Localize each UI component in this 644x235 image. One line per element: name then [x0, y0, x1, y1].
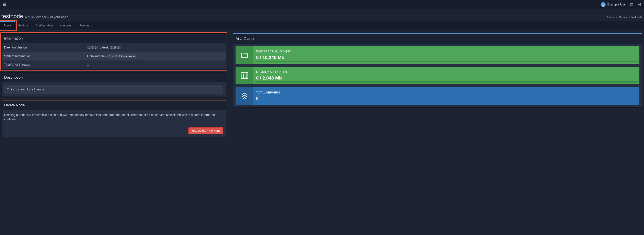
glance-title: At-a-Glance — [233, 34, 642, 44]
page-subtitle: A quick overview of your node. — [25, 15, 69, 19]
glance-disk: DISK SPACE ALLOCATED 0 / 10,240 Mb — [236, 46, 640, 64]
glance-disk-value: 0 / 10,240 Mb — [256, 54, 637, 60]
hamburger-menu-button[interactable] — [2, 2, 7, 7]
delete-node-button[interactable]: Yes, Delete This Node — [188, 127, 223, 134]
delete-node-title: Delete Node — [2, 100, 226, 110]
system-info-label: System Information — [2, 52, 84, 61]
glance-disk-progress — [255, 61, 638, 62]
svg-rect-0 — [630, 4, 633, 4]
table-row: System Information Linux (amd64) 5.4.0-8… — [2, 52, 226, 61]
glance-memory-label: MEMORY ALLOCATED — [256, 70, 637, 74]
delete-node-box: Delete Node Deleting a node is a irrever… — [1, 100, 226, 137]
glance-box: At-a-Glance DISK SPACE ALLOCATED 0 / 10,… — [233, 34, 642, 108]
page-header: testnode A quick overview of your node. … — [0, 9, 644, 22]
tab-about[interactable]: About — [0, 22, 15, 30]
tab-servers[interactable]: Servers — [76, 22, 93, 30]
tab-settings[interactable]: Settings — [15, 22, 32, 30]
glance-memory-value: 0 / 2,048 Mb — [256, 75, 637, 81]
glance-memory: MEMORY ALLOCATED 0 / 2,048 Mb — [236, 67, 640, 84]
daemon-version-value: 1.5.3 (Latest: 1.5.3 ) — [84, 43, 226, 52]
glance-servers-value: 0 — [256, 95, 637, 102]
content: Information Daemon Version 1.5.3 (Latest… — [0, 30, 644, 142]
tabs: About Settings Configuration Allocation … — [0, 22, 644, 30]
breadcrumb-current: testnode — [631, 15, 642, 19]
top-nav: Example User — [0, 0, 644, 9]
breadcrumb: Admin > Nodes > testnode — [607, 15, 642, 20]
delete-node-warning: Deleting a node is a irreversible action… — [2, 110, 226, 124]
description-value: This is my first node — [4, 85, 223, 94]
description-title: Description — [2, 73, 226, 82]
tab-configuration[interactable]: Configuration — [32, 22, 56, 30]
information-table: Daemon Version 1.5.3 (Latest: 1.5.3 ) Sy… — [2, 43, 226, 69]
system-kernel-code: 5.4.0-89-generic — [108, 54, 137, 58]
chevron-right-icon: > — [616, 15, 618, 19]
glance-memory-progress — [255, 81, 638, 82]
server-list-button[interactable] — [629, 2, 634, 7]
description-box: Description This is my first node — [1, 72, 226, 97]
svg-rect-1 — [630, 5, 633, 6]
cpu-threads-value: 1 — [84, 60, 226, 69]
information-box: Information Daemon Version 1.5.3 (Latest… — [1, 34, 226, 70]
daemon-latest-code: 1.5.3 — [110, 46, 120, 49]
user-menu[interactable]: Example User — [601, 2, 626, 7]
glance-servers-label: TOTAL SERVERS — [256, 91, 637, 94]
glance-disk-label: DISK SPACE ALLOCATED — [256, 50, 637, 54]
page-title: testnode — [1, 13, 23, 20]
breadcrumb-admin[interactable]: Admin — [607, 15, 615, 19]
daemon-version-label: Daemon Version — [2, 43, 84, 52]
table-row: Total CPU Threads 1 — [2, 60, 226, 69]
system-info-value: Linux (amd64) 5.4.0-89-generic — [84, 52, 226, 61]
tab-allocation[interactable]: Allocation — [56, 22, 76, 30]
bar-chart-icon — [236, 67, 254, 84]
table-row: Daemon Version 1.5.3 (Latest: 1.5.3 ) — [2, 43, 226, 52]
power-icon — [601, 2, 606, 7]
breadcrumb-nodes[interactable]: Nodes — [619, 15, 627, 19]
logout-icon — [638, 3, 642, 6]
folder-icon — [236, 46, 254, 64]
menu-icon — [2, 3, 6, 6]
information-title: Information — [2, 34, 226, 43]
server-icon — [630, 3, 634, 6]
chevron-right-icon: > — [628, 15, 630, 19]
glance-servers: TOTAL SERVERS 0 — [236, 87, 640, 105]
logout-button[interactable] — [637, 2, 642, 7]
stack-icon — [236, 87, 254, 105]
cpu-threads-label: Total CPU Threads — [2, 60, 84, 69]
daemon-version-code: 1.5.3 — [87, 46, 98, 49]
user-name: Example User — [607, 2, 626, 7]
